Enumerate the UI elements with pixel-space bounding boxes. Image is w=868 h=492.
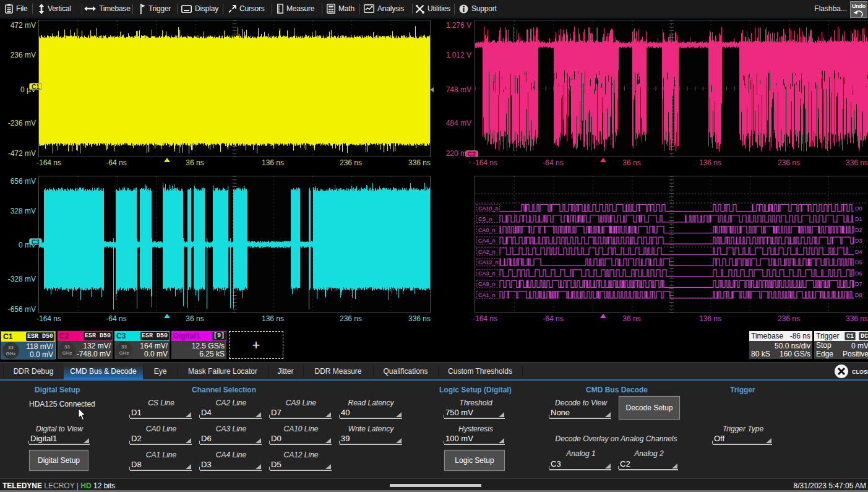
svg-text:D1: D1 [855,216,862,222]
svg-text:CA4_n: CA4_n [478,238,496,244]
svg-text:CLOSE: CLOSE [852,369,868,375]
svg-text:D6: D6 [855,270,862,277]
svg-text:D8: D8 [855,292,862,298]
svg-text:CA0_n: CA0_n [478,227,496,233]
svg-text:D3: D3 [855,238,862,244]
svg-text:CA10_n: CA10_n [478,205,499,212]
svg-text:D5: D5 [855,259,862,265]
svg-text:D2: D2 [855,227,862,233]
svg-text:CA2_n: CA2_n [478,249,496,255]
svg-text:D7: D7 [855,281,862,287]
svg-text:CA3_n: CA3_n [478,270,496,277]
svg-text:D0: D0 [855,205,862,212]
svg-text:CA12_n: CA12_n [478,259,499,265]
svg-text:CA9_n: CA9_n [478,281,496,287]
svg-text:D4: D4 [855,249,862,255]
svg-text:CA1_n: CA1_n [478,292,496,298]
svg-text:CS_n: CS_n [478,216,492,222]
